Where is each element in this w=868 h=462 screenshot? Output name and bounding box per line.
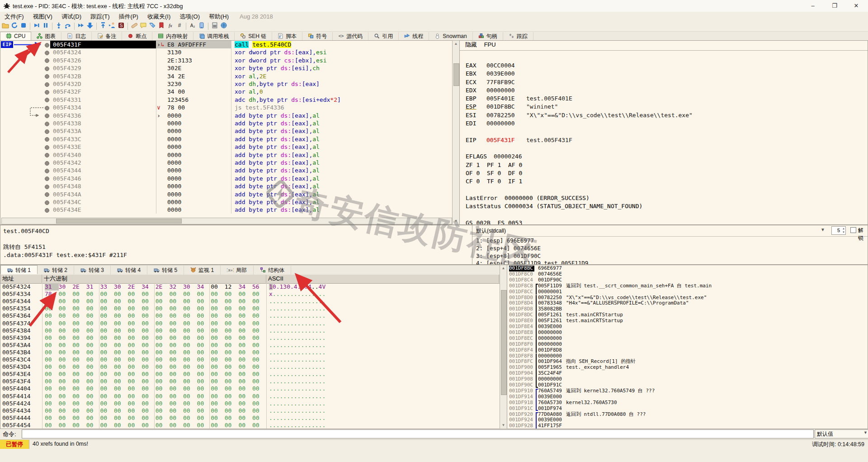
breakpoint-dot-icon[interactable] (45, 169, 49, 173)
register-row-edi[interactable]: EDI00000000 (466, 119, 693, 128)
tab-cpu[interactable]: CPU (0, 32, 31, 41)
toolbar-icon-globe[interactable] (219, 22, 228, 31)
breakpoint-dot-icon[interactable] (45, 192, 49, 197)
register-row-edx[interactable]: EDX00000000 (466, 86, 693, 95)
toolbar-icon-calc[interactable] (210, 22, 219, 31)
stack-row[interactable]: 001DF8EC00000000 (507, 336, 868, 342)
dump-vscrollbar[interactable]: ▲ ▼ (500, 265, 507, 429)
breakpoint-dot-icon[interactable] (45, 145, 49, 150)
dump-row[interactable]: 005F43A400000000000000000000000000000000… (0, 342, 500, 349)
fpu-label[interactable]: FPU (484, 41, 496, 48)
close-button[interactable]: ✕ (846, 0, 866, 12)
stack-row[interactable]: 001DF8E800000000 (507, 330, 868, 336)
scroll-down-arrow[interactable]: ▼ (453, 218, 459, 224)
disasm-row[interactable]: 005F43440000add byte ptr ds:[eax],al (0, 167, 452, 174)
chevron-down-icon[interactable]: ▼ (821, 227, 825, 232)
toolbar-icon-patch[interactable] (130, 22, 139, 31)
dump-row[interactable]: 005F43B400000000000000000000000000000000… (0, 349, 500, 356)
disasm-vscrollbar[interactable]: ▲ ▼ (452, 40, 460, 225)
dump-row[interactable]: 005F440400000000000000000000000000000000… (0, 385, 500, 392)
calling-convention-combo[interactable]: 默认(stdcall) ▼ 5▲▼ 解锁 (472, 225, 868, 237)
register-row[interactable]: LastStatus C0000034 (STATUS_OBJECT_NAME_… (466, 202, 693, 210)
dump-row[interactable]: 005F43E400000000000000000000000000000000… (0, 371, 500, 378)
tab-句柄[interactable]: 句柄 (473, 32, 503, 40)
register-row[interactable]: LastError 00000000 (ERROR_SUCCESS) (466, 194, 693, 202)
toolbar-icon-hash[interactable]: # (175, 22, 184, 31)
dump-row[interactable]: 005F439400000000000000000000000000000000… (0, 334, 500, 342)
breakpoint-dot-icon[interactable] (45, 208, 49, 213)
toolbar-icon-run-user[interactable] (108, 22, 117, 31)
dump-tab-转储-4[interactable]: 转储 4 (111, 266, 147, 275)
toolbar-icon-step-out[interactable] (99, 22, 108, 31)
breakpoint-dot-icon[interactable] (45, 43, 49, 48)
tab-引用[interactable]: 引用 (368, 32, 399, 40)
tab-内存映射[interactable]: 内存映射 (152, 32, 193, 40)
breakpoint-dot-icon[interactable] (45, 106, 49, 110)
scroll-down-arrow[interactable]: ▼ (500, 422, 507, 429)
maximize-button[interactable]: ❐ (825, 0, 844, 12)
register-row-eax[interactable]: EAX00CC0004 (466, 62, 693, 70)
register-row-esi[interactable]: ESI00782250"X\"x"==&"D:\\vs_code\\test\\… (466, 111, 693, 119)
stack-row[interactable]: 001DF8CC00000001 (507, 289, 868, 295)
breakpoint-dot-icon[interactable] (45, 176, 49, 181)
stack-view[interactable]: 001DF8BC696E6977001DF8C00074656E001DF8C4… (507, 265, 868, 429)
menu-item-1[interactable]: 视图(V) (28, 12, 57, 22)
toolbar-icon-step-over[interactable] (63, 22, 72, 31)
dump-row[interactable]: 005F443400000000000000000000000000000000… (0, 407, 500, 414)
disasm-row[interactable]: 005F432F34 00xor al,0 (0, 88, 452, 95)
dump-row[interactable]: 005F43F400000000000000000000000000000000… (0, 378, 500, 385)
menu-item-6[interactable]: 选项(O) (175, 12, 204, 22)
stack-row[interactable]: 001DF910760A5749返回到 kernel32.760A5749 自 … (507, 388, 868, 394)
dump-view[interactable]: 转储 1转储 2转储 3转储 4转储 5监视 1[x=]局部结构体 地址 十六进… (0, 265, 500, 429)
breakpoint-dot-icon[interactable] (45, 98, 49, 102)
tab-图表[interactable]: 图表 (31, 32, 61, 40)
stack-row[interactable]: 001DF90C001DF91C (507, 382, 868, 388)
stack-row[interactable]: 001DF8C8005F11D9返回到 test.__scrt_common_m… (507, 283, 868, 289)
dump-row[interactable]: 005F436400000000000000000000000000000000… (0, 312, 500, 319)
disasm-row[interactable]: 005F43400000add byte ptr ds:[eax],al (0, 151, 452, 159)
dump-row[interactable]: 005F43D400000000000000000000000000000000… (0, 363, 500, 371)
register-row-ebp[interactable]: EBP005F401Etest.005F401E (466, 95, 693, 103)
menu-item-3[interactable]: 跟踪(T) (86, 12, 114, 22)
menu-item-4[interactable]: 插件(P) (114, 12, 143, 22)
tab-源代码[interactable]: <>源代码 (333, 32, 368, 40)
toolbar-icon-comment[interactable] (139, 22, 148, 31)
breakpoint-dot-icon[interactable] (45, 82, 49, 87)
stack-row[interactable]: 001DF8BC696E6977 (507, 266, 868, 271)
breakpoint-dot-icon[interactable] (45, 74, 49, 79)
dump-tab-结构体[interactable]: 结构体 (254, 266, 291, 275)
toolbar-icon-bookmark[interactable] (157, 22, 166, 31)
toolbar-icon-big-down[interactable] (85, 22, 94, 31)
stack-row[interactable]: 001DF8E40039E000 (507, 324, 868, 330)
dump-row[interactable]: 005F43C400000000000000000000000000000000… (0, 356, 500, 363)
menu-item-5[interactable]: 收藏夹(I) (143, 12, 175, 22)
disasm-row[interactable]: 005F432B34 2Exor al,2E (0, 72, 452, 80)
disasm-row[interactable]: 005F4329302Exor byte ptr ds:[esi],ch (0, 64, 452, 72)
disasm-hscrollbar[interactable] (1, 218, 452, 224)
dump-row[interactable]: 005F442400000000000000000000000000000000… (0, 400, 500, 407)
breakpoint-dot-icon[interactable] (45, 114, 49, 118)
disasm-row[interactable]: 005F433E0000add byte ptr ds:[eax],al (0, 143, 452, 151)
dump-row[interactable]: 005F445400000000000000000000000000000000… (0, 422, 500, 429)
disasm-row[interactable]: 005F43380000add byte ptr ds:[eax],al (0, 119, 452, 127)
tab-备注[interactable]: 备注 (92, 32, 122, 40)
toolbar-icon-script-s[interactable]: S (117, 22, 126, 31)
disasm-row[interactable]: 005F4336›0000add byte ptr ds:[eax],al (0, 112, 452, 119)
stack-row[interactable]: 001DF9140039E000 (507, 394, 868, 400)
breakpoint-dot-icon[interactable] (45, 200, 49, 205)
dump-tab-监视-1[interactable]: 监视 1 (184, 266, 221, 275)
tab-线程[interactable]: 线程 (399, 32, 429, 40)
toolbar-icon-restart[interactable] (10, 22, 19, 31)
dump-row[interactable]: 005F441400000000000000000000000000000000… (0, 393, 500, 400)
stack-row[interactable]: 001DF91C001DF974 (507, 406, 868, 412)
toolbar-icon-label[interactable] (148, 22, 157, 31)
register-row-esp[interactable]: ESP001DF8BC"wininet" (466, 103, 693, 111)
disasm-row[interactable]: 005F4334∨78 00js test.5F4336 (0, 104, 452, 111)
disasm-row[interactable]: 005F434A0000add byte ptr ds:[eax],al (0, 191, 452, 198)
breakpoint-dot-icon[interactable] (45, 51, 49, 55)
breakpoint-dot-icon[interactable] (45, 122, 49, 126)
breakpoint-dot-icon[interactable] (45, 161, 49, 166)
register-row-eflags[interactable]: EFLAGS00000246 (466, 152, 693, 161)
breakpoint-dot-icon[interactable] (45, 137, 49, 142)
stack-row[interactable]: 001DF8C00074656E (507, 271, 868, 277)
